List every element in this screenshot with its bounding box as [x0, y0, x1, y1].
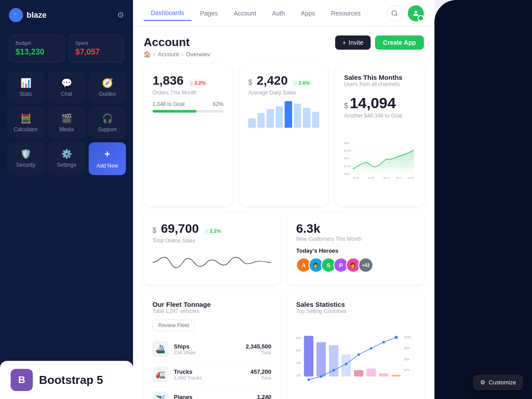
nav-link-account[interactable]: Account [227, 6, 263, 20]
settings-icon: ⚙️ [61, 149, 72, 159]
orders-label: Orders This Month [153, 90, 223, 96]
spent-card: Spent $7,057 [69, 35, 124, 63]
budget-cards: Budget $13,230 Spent $7,057 [0, 30, 133, 71]
header-actions: + Invite Create App [335, 35, 424, 50]
svg-rect-27 [317, 342, 326, 377]
mini-bar-chart [248, 101, 319, 128]
sidebar-item-add-new[interactable]: + Add New [89, 142, 126, 175]
trucks-info: Trucks 1,460 Trucks [174, 368, 245, 380]
bootstrap-icon: B [11, 369, 33, 391]
user-avatar[interactable] [408, 5, 424, 21]
sidebar-item-chat[interactable]: 💬 Chat [48, 71, 85, 103]
sidebar-item-security[interactable]: 🛡️ Security [7, 142, 44, 175]
support-label: Support [98, 126, 117, 133]
svg-point-36 [332, 369, 335, 372]
bar-2 [258, 113, 265, 128]
online-sales-badge: ↑ 2.2% [203, 227, 224, 235]
sidebar-item-media[interactable]: 🎬 Media [48, 107, 85, 139]
svg-point-39 [370, 347, 372, 350]
online-sales-value: 69,700 [161, 222, 199, 236]
online-dollar: $ [153, 227, 156, 235]
svg-text:40%: 40% [404, 368, 410, 372]
page-title: Account [144, 35, 210, 49]
spent-label: Spent [75, 40, 117, 46]
svg-text:800: 800 [296, 336, 301, 340]
nav-link-apps[interactable]: Apps [294, 6, 322, 20]
security-label: Security [16, 162, 35, 168]
sidebar: 🔷 blaze ⚙ Budget $13,230 Spent $7,057 📊 … [0, 0, 133, 399]
nav-link-resources[interactable]: Resources [324, 6, 368, 20]
hero-avatar-extra: +42 [358, 258, 373, 273]
sales-stats-chart: 800 600 400 200 [296, 320, 415, 399]
planes-val: 1,240 Tons [257, 394, 271, 399]
sidebar-item-support[interactable]: 🎧 Support [89, 107, 126, 139]
bar-7 [303, 108, 310, 128]
svg-text:80%: 80% [404, 347, 410, 350]
search-button[interactable] [387, 5, 403, 21]
sidebar-item-settings[interactable]: ⚙️ Settings [48, 142, 85, 175]
calculator-label: Calculator [14, 126, 38, 133]
guides-label: Guides [99, 91, 116, 97]
svg-text:👩: 👩 [313, 262, 319, 268]
sales-big-value: 14,094 [350, 94, 396, 112]
sales-statistics-card: Sales Statistics Top Selling Countries 8… [287, 292, 424, 399]
svg-rect-32 [379, 373, 388, 376]
new-customers-label: New Customers This Month [296, 236, 415, 242]
budget-label: Budget [16, 40, 58, 46]
nav-grid: 📊 Stats 💬 Chat 🧭 Guides 🧮 Calculator 🎬 M… [0, 71, 133, 175]
bar-3 [266, 109, 274, 128]
nav-links: Dashboards Pages Account Auth Apps Resou… [144, 6, 368, 21]
svg-text:100%: 100% [404, 336, 411, 339]
goal-pct: 62% [213, 101, 223, 107]
online-sales-label: Total Online Sales [153, 238, 271, 244]
svg-point-34 [307, 378, 310, 381]
svg-point-35 [320, 375, 323, 378]
sidebar-item-guides[interactable]: 🧭 Guides [89, 71, 126, 103]
customize-button[interactable]: ⚙ Customize [473, 375, 523, 390]
svg-text:$13.5K: $13.5K [344, 165, 352, 168]
daily-sales-badge: ↑ 2.6% [292, 79, 313, 86]
planes-info: Planes 8 Aircrafts [174, 394, 251, 399]
breadcrumb-account[interactable]: Account [158, 51, 179, 58]
nav-link-auth[interactable]: Auth [265, 6, 292, 20]
review-fleet-button[interactable]: Review Fleet [153, 320, 195, 331]
guides-icon: 🧭 [102, 78, 113, 88]
svg-text:$10K: $10K [344, 172, 350, 175]
logo: 🔷 blaze [9, 8, 47, 22]
bar-1 [248, 118, 256, 128]
bottom-row: Our Fleet Tonnage Total 1,247 vehicles R… [144, 292, 424, 399]
bar-6 [294, 104, 301, 128]
svg-rect-31 [367, 369, 376, 377]
breadcrumb-home-icon: 🏠 [144, 51, 151, 58]
goal-text: 1,048 to Goal [153, 101, 184, 107]
bootstrap-badge: B Bootstrap 5 [0, 361, 133, 399]
create-app-button[interactable]: Create App [375, 35, 424, 50]
nav-link-pages[interactable]: Pages [193, 6, 225, 20]
stats-grid: 1,836 ↓ 2.2% Orders This Month 1,048 to … [144, 65, 424, 206]
svg-text:200: 200 [296, 374, 301, 377]
chat-icon: 💬 [61, 78, 72, 88]
svg-text:400: 400 [296, 361, 301, 364]
fleet-row-ships: 🚢 Ships 234 Ships 2,345,500 Tons [153, 336, 271, 362]
customize-icon: ⚙ [480, 379, 485, 386]
media-label: Media [59, 126, 74, 133]
content-area: Account 🏠 › Account › Overwiev + Invite [133, 27, 434, 399]
sidebar-item-stats[interactable]: 📊 Stats [7, 71, 44, 103]
nav-link-dashboards[interactable]: Dashboards [144, 6, 192, 21]
daily-dollar: $ [248, 78, 252, 86]
orders-change-badge: ↓ 2.2% [188, 79, 208, 86]
invite-button[interactable]: + Invite [335, 35, 371, 50]
ships-val: 2,345,500 Tons [246, 343, 271, 355]
sales-chart: $24K $20.5K $17K $13.5K $10K [344, 126, 415, 197]
menu-icon[interactable]: ⚙ [117, 10, 124, 20]
trucks-icon: 🚛 [153, 366, 168, 382]
new-customers-value: 6.3k [296, 222, 415, 236]
sales-dollar: $ [344, 102, 348, 110]
sales-month-sub: Users from all channels [344, 81, 415, 87]
row2: $ 69,700 ↑ 2.2% Total Online Sales [144, 213, 424, 285]
progress-fill [153, 110, 196, 113]
sidebar-item-calculator[interactable]: 🧮 Calculator [7, 107, 44, 139]
svg-point-41 [395, 336, 398, 339]
budget-card: Budget $13,230 [9, 35, 64, 63]
wave-chart [153, 249, 271, 276]
